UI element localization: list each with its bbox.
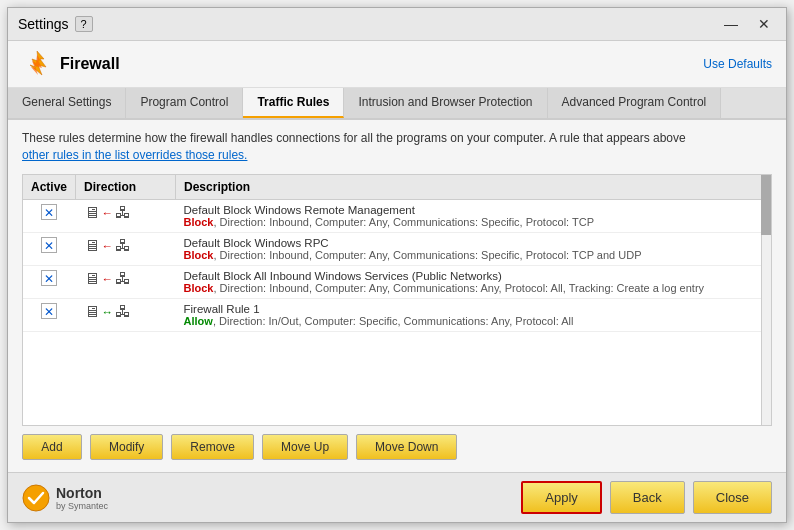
row3-detail: Allow, Direction: In/Out, Computer: Spec… (184, 315, 763, 327)
row2-title: Default Block All Inbound Windows Servic… (184, 270, 763, 282)
col-active: Active (23, 175, 76, 200)
row0-direction: 🖥 ← 🖧 (76, 199, 176, 232)
checkbox-icon[interactable]: ✕ (41, 303, 57, 319)
add-button[interactable]: Add (22, 434, 82, 460)
col-description: Description (176, 175, 771, 200)
monitor-left-icon: 🖥 (84, 237, 100, 255)
header-left: Firewall (22, 49, 120, 79)
desc-line2-text[interactable]: other rules in the list overrides those … (22, 148, 247, 162)
monitor-left-icon: 🖥 (84, 204, 100, 222)
monitor-left-icon: 🖥 (84, 270, 100, 288)
arrow-left-icon: ← (102, 273, 114, 285)
help-button[interactable]: ? (75, 16, 93, 32)
network-icon: 🖧 (115, 270, 131, 288)
close-button[interactable]: ✕ (752, 14, 776, 34)
title-bar-left: Settings ? (18, 16, 93, 32)
tab-general[interactable]: General Settings (8, 88, 126, 118)
desc-line2: other rules in the list overrides those … (22, 148, 247, 162)
row1-active[interactable]: ✕ (23, 232, 76, 265)
table-row[interactable]: ✕ 🖥 ← 🖧 Default Block Windows Remote Man… (23, 199, 771, 232)
arrow-left-icon: ← (102, 207, 114, 219)
norton-logo-text: Norton by Symantec (56, 485, 108, 511)
col-direction: Direction (76, 175, 176, 200)
row3-desc: Firewall Rule 1 Allow, Direction: In/Out… (176, 298, 771, 331)
direction-icon-inbound: 🖥 ← 🖧 (84, 270, 168, 288)
apply-button[interactable]: Apply (521, 481, 602, 514)
description-text: These rules determine how the firewall h… (22, 130, 772, 164)
table-row[interactable]: ✕ 🖥 ← 🖧 Default Block All Inbound Window… (23, 265, 771, 298)
window-title: Settings (18, 16, 69, 32)
header-bar: Firewall Use Defaults (8, 41, 786, 88)
desc-line1: These rules determine how the firewall h… (22, 131, 686, 145)
row1-desc: Default Block Windows RPC Block, Directi… (176, 232, 771, 265)
scrollbar-track[interactable] (761, 175, 771, 425)
header-brand: Firewall (60, 55, 120, 73)
rules-table: Active Direction Description ✕ 🖥 (23, 175, 771, 332)
checkbox-icon[interactable]: ✕ (41, 204, 57, 220)
direction-icon-inout: 🖥 ↔ 🖧 (84, 303, 168, 321)
tab-program[interactable]: Program Control (126, 88, 243, 118)
table-header-row: Active Direction Description (23, 175, 771, 200)
remove-button[interactable]: Remove (171, 434, 254, 460)
tab-traffic[interactable]: Traffic Rules (243, 88, 344, 118)
close-footer-button[interactable]: Close (693, 481, 772, 514)
settings-window: Settings ? — ✕ Firewall Use Defaults Gen… (7, 7, 787, 523)
monitor-left-icon: 🖥 (84, 303, 100, 321)
row0-desc: Default Block Windows Remote Management … (176, 199, 771, 232)
network-icon: 🖧 (115, 204, 131, 222)
arrow-both-icon: ↔ (102, 306, 114, 318)
row2-detail: Block, Direction: Inbound, Computer: Any… (184, 282, 763, 294)
arrow-left-icon: ← (102, 240, 114, 252)
title-bar-controls: — ✕ (718, 14, 776, 34)
row2-desc: Default Block All Inbound Windows Servic… (176, 265, 771, 298)
row0-title: Default Block Windows Remote Management (184, 204, 763, 216)
content-area: These rules determine how the firewall h… (8, 120, 786, 472)
norton-flame-icon (22, 49, 52, 79)
checkbox-icon[interactable]: ✕ (41, 237, 57, 253)
rules-table-wrapper: Active Direction Description ✕ 🖥 (22, 174, 772, 426)
move-down-button[interactable]: Move Down (356, 434, 457, 460)
use-defaults-link[interactable]: Use Defaults (703, 57, 772, 71)
direction-icon-inbound: 🖥 ← 🖧 (84, 237, 168, 255)
row2-active[interactable]: ✕ (23, 265, 76, 298)
direction-icon-inbound: 🖥 ← 🖧 (84, 204, 168, 222)
norton-brand-sub: by Symantec (56, 501, 108, 511)
title-bar: Settings ? — ✕ (8, 8, 786, 41)
row1-detail: Block, Direction: Inbound, Computer: Any… (184, 249, 763, 261)
row2-direction: 🖥 ← 🖧 (76, 265, 176, 298)
action-buttons: Add Modify Remove Move Up Move Down (22, 426, 772, 464)
tab-advanced[interactable]: Advanced Program Control (548, 88, 722, 118)
minimize-button[interactable]: — (718, 14, 744, 34)
scrollbar-thumb[interactable] (761, 175, 771, 235)
checkbox-icon[interactable]: ✕ (41, 270, 57, 286)
row0-detail: Block, Direction: Inbound, Computer: Any… (184, 216, 763, 228)
footer-buttons: Apply Back Close (521, 481, 772, 514)
back-button[interactable]: Back (610, 481, 685, 514)
footer: Norton by Symantec Apply Back Close (8, 472, 786, 522)
modify-button[interactable]: Modify (90, 434, 163, 460)
table-row[interactable]: ✕ 🖥 ↔ 🖧 Firewall Rule 1 (23, 298, 771, 331)
row1-direction: 🖥 ← 🖧 (76, 232, 176, 265)
network-icon: 🖧 (115, 303, 131, 321)
svg-point-2 (23, 485, 49, 511)
norton-logo: Norton by Symantec (22, 484, 108, 512)
row3-active[interactable]: ✕ (23, 298, 76, 331)
row0-active[interactable]: ✕ (23, 199, 76, 232)
norton-check-icon (22, 484, 50, 512)
row1-title: Default Block Windows RPC (184, 237, 763, 249)
norton-brand-name: Norton (56, 485, 108, 501)
network-icon: 🖧 (115, 237, 131, 255)
row3-direction: 🖥 ↔ 🖧 (76, 298, 176, 331)
tab-intrusion[interactable]: Intrusion and Browser Protection (344, 88, 547, 118)
table-row[interactable]: ✕ 🖥 ← 🖧 Default Block Windows RPC (23, 232, 771, 265)
move-up-button[interactable]: Move Up (262, 434, 348, 460)
row3-title: Firewall Rule 1 (184, 303, 763, 315)
tab-bar: General Settings Program Control Traffic… (8, 88, 786, 120)
